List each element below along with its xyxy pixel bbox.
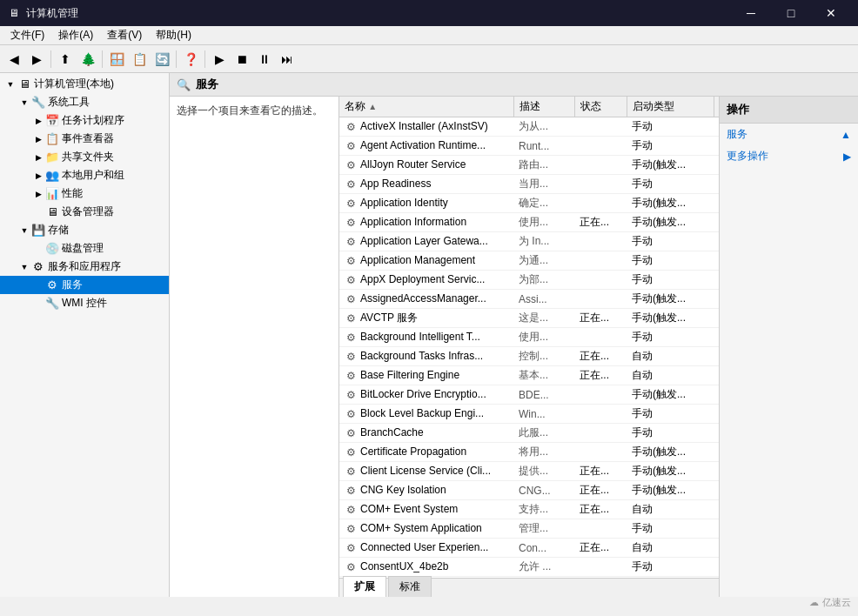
menu-file[interactable]: 文件(F) [3,26,51,44]
table-row[interactable]: ⚙AllJoyn Router Service路由...手动(触发...本 [339,156,719,175]
service-name-cell: ⚙BranchCache [339,424,513,443]
table-row[interactable]: ⚙Client License Service (Cli...提供...正在..… [339,462,719,481]
table-row[interactable]: ⚙AppX Deployment Servic...为部...手动本 [339,271,719,290]
tab-extended[interactable]: 扩展 [343,576,386,597]
local-users-toggle[interactable]: ▶ [31,169,45,183]
table-row[interactable]: ⚙Background Tasks Infras...控制...正在...自动本 [339,347,719,366]
service-desc-cell: Assi... [513,290,574,309]
table-row[interactable]: ⚙Background Intelligent T...使用...手动本 [339,328,719,347]
table-row[interactable]: ⚙Connected User Experien...Con...正在...自动… [339,539,719,558]
table-row[interactable]: ⚙Certificate Propagation将用...手动(触发...本 [339,443,719,462]
table-row[interactable]: ⚙ConsentUX_4be2b允许 ...手动本 [339,558,719,577]
forward-button[interactable]: ▶ [26,49,47,70]
service-name-text: AVCTP 服务 [360,311,418,324]
watermark: ☁ 亿速云 [809,596,851,609]
table-row[interactable]: ⚙Application Layer Gatewa...为 In...手动本 [339,232,719,251]
sidebar-item-services[interactable]: ▶ ⚙ 服务 [0,276,169,294]
sidebar-item-wmi[interactable]: ▶ 🔧 WMI 控件 [0,294,169,312]
toolbar: ◀ ▶ ⬆ 🌲 🪟 📋 🔄 ❓ ▶ ⏹ ⏸ ⏭ [0,45,858,73]
event-viewer-icon: 📋 [45,132,59,146]
table-row[interactable]: ⚙COM+ System Application管理...手动本 [339,519,719,539]
new-window[interactable]: 🪟 [106,49,127,70]
service-status-cell [574,443,627,462]
table-row[interactable]: ⚙AssignedAccessManager...Assi...手动(触发...… [339,290,719,309]
service-desc-cell: 为 In... [513,232,574,251]
table-row[interactable]: ⚙CNG Key IsolationCNG...正在...手动(触发...本 [339,481,719,500]
service-name-cell: ⚙AllJoyn Router Service [339,156,513,175]
minimize-button[interactable]: ─ [731,0,771,26]
actions-more[interactable]: 更多操作 ▶ [720,145,858,167]
table-row[interactable]: ⚙AVCTP 服务这是...正在...手动(触发...本 [339,309,719,328]
storage-toggle[interactable]: ▼ [17,224,31,238]
col-status[interactable]: 状态 [574,97,627,117]
service-name-cell: ⚙CNG Key Isolation [339,481,513,500]
table-row[interactable]: ⚙BranchCache此服...手动网 [339,424,719,443]
col-desc[interactable]: 描述 [513,97,574,117]
menu-action[interactable]: 操作(A) [51,26,100,44]
table-row[interactable]: ⚙Application Management为通...手动本 [339,251,719,271]
table-header: 名称 ▲ 描述 状态 启动类型 [339,97,719,117]
tab-standard[interactable]: 标准 [388,576,432,597]
up-button[interactable]: ⬆ [55,49,76,70]
menu-view[interactable]: 查看(V) [100,26,149,44]
service-status-cell [574,385,627,405]
close-button[interactable]: ✕ [811,0,851,26]
table-row[interactable]: ⚙ActiveX Installer (AxInstSV)为从...手动本 [339,117,719,137]
sidebar-item-shared-folders[interactable]: ▶ 📁 共享文件夹 [0,148,169,166]
table-row[interactable]: ⚙COM+ Event System支持...正在...自动本 [339,500,719,519]
sidebar-item-device-manager[interactable]: ▶ 🖥 设备管理器 [0,203,169,221]
table-row[interactable]: ⚙Application Identity确定...手动(触发...本 [339,194,719,213]
service-desc-cell: 管理... [513,519,574,539]
services-tbody: ⚙ActiveX Installer (AxInstSV)为从...手动本⚙Ag… [339,117,719,577]
task-scheduler-toggle[interactable]: ▶ [31,114,45,128]
table-row[interactable]: ⚙Application Information使用...正在...手动(触发.… [339,213,719,232]
table-row[interactable]: ⚙Agent Activation Runtime...Runt...手动本 [339,137,719,156]
show-hide-tree[interactable]: 🌲 [77,49,98,70]
menu-help[interactable]: 帮助(H) [149,26,198,44]
table-row[interactable]: ⚙Block Level Backup Engi...Win...手动本 [339,405,719,424]
service-name-cell: ⚙Connected User Experien... [339,539,513,558]
performance-toggle[interactable]: ▶ [31,187,45,201]
col-name[interactable]: 名称 ▲ [339,97,513,117]
play-button[interactable]: ▶ [209,49,230,70]
sidebar-item-storage[interactable]: ▼ 💾 存储 [0,221,169,239]
maximize-button[interactable]: □ [771,0,811,26]
service-desc-cell: 提供... [513,462,574,481]
back-button[interactable]: ◀ [3,49,24,70]
restart-button[interactable]: ⏭ [277,49,298,70]
table-row[interactable]: ⚙App Readiness当用...手动本 [339,175,719,194]
service-icon: ⚙ [345,274,357,286]
service-icon: ⚙ [345,331,357,344]
event-viewer-toggle[interactable]: ▶ [31,132,45,146]
system-tools-toggle[interactable]: ▼ [17,96,31,110]
window-controls: ─ □ ✕ [731,0,851,26]
sidebar-item-event-viewer[interactable]: ▶ 📋 事件查看器 [0,130,169,148]
service-startup-cell: 自动 [627,366,714,385]
refresh[interactable]: 🔄 [151,49,172,70]
table-row[interactable]: ⚙BitLocker Drive Encryptio...BDE...手动(触发… [339,385,719,405]
pause-button[interactable]: ⏸ [254,49,275,70]
sidebar-item-root[interactable]: ▼ 🖥 计算机管理(本地) [0,75,169,93]
sidebar-item-system-tools[interactable]: ▼ 🔧 系统工具 [0,93,169,111]
service-desc-cell: Runt... [513,137,574,156]
services-apps-toggle[interactable]: ▼ [17,260,31,274]
sidebar-item-task-scheduler[interactable]: ▶ 📅 任务计划程序 [0,111,169,130]
computer-icon: 🖥 [17,77,31,91]
sidebar-item-disk-manager[interactable]: ▶ 💿 磁盘管理 [0,239,169,258]
service-name-cell: ⚙BitLocker Drive Encryptio... [339,385,513,405]
service-name-cell: ⚙Background Intelligent T... [339,328,513,347]
toolbar-sep-2 [102,50,103,68]
root-toggle[interactable]: ▼ [3,77,17,91]
stop-button[interactable]: ⏹ [231,49,252,70]
sidebar-item-performance[interactable]: ▶ 📊 性能 [0,184,169,203]
properties[interactable]: 📋 [129,49,150,70]
sidebar-item-services-apps[interactable]: ▼ ⚙ 服务和应用程序 [0,258,169,276]
title-bar: 🖥 计算机管理 ─ □ ✕ [0,0,858,26]
sidebar-item-local-users[interactable]: ▶ 👥 本地用户和组 [0,166,169,184]
col-startup[interactable]: 启动类型 [627,97,714,117]
table-row[interactable]: ⚙Base Filtering Engine基本...正在...自动本 [339,366,719,385]
service-name-text: CNG Key Isolation [360,484,446,496]
help-button[interactable]: ❓ [180,49,201,70]
shared-folders-toggle[interactable]: ▶ [31,151,45,164]
table-scroll[interactable]: 名称 ▲ 描述 状态 启动类型 [339,97,719,578]
